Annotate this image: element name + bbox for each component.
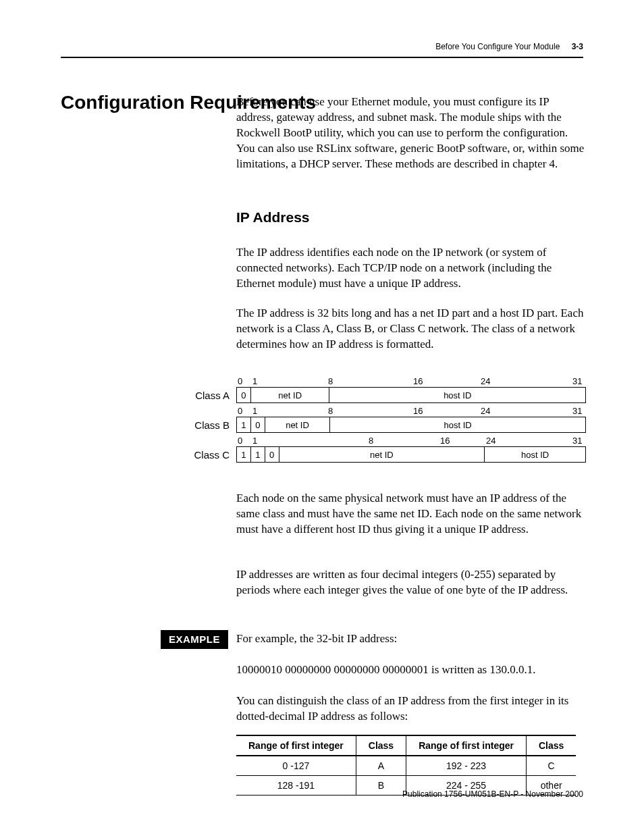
publication-footer: Publication 1756-UM051B-EN-P - November … — [402, 789, 583, 799]
tick: 8 — [328, 376, 333, 386]
paragraph-net-id: Each node on the same physical network m… — [236, 491, 587, 538]
paragraph-class-intro: You can distinguish the class of an IP a… — [236, 694, 587, 725]
tick: 1 — [252, 406, 257, 416]
th-class-2: Class — [526, 735, 576, 756]
tick: 0 — [238, 436, 242, 446]
paragraph-intro: Before you can use your Ethernet module,… — [236, 95, 587, 172]
example-badge: EXAMPLE — [161, 630, 228, 649]
bit-cell: 0 — [265, 447, 279, 462]
running-title: Before You Configure Your Module — [435, 42, 560, 51]
bit-cell: 0 — [237, 388, 251, 402]
td: A — [356, 756, 406, 776]
divider-top — [61, 57, 583, 58]
class-c-label: Class C — [189, 449, 230, 461]
bit-cell: 1 — [251, 447, 265, 462]
table-row: 0 -127 A 192 - 223 C — [236, 756, 576, 776]
class-b-label: Class B — [189, 419, 230, 431]
th-class-1: Class — [356, 735, 406, 756]
host-id-cell: host ID — [330, 417, 585, 432]
net-id-cell: net ID — [265, 417, 330, 432]
ip-class-table: Range of first integer Class Range of fi… — [236, 735, 576, 796]
tick: 16 — [413, 406, 423, 416]
tick: 16 — [413, 376, 423, 386]
tick: 16 — [440, 436, 450, 446]
tick: 31 — [572, 436, 582, 446]
bit-cell: 1 — [237, 417, 251, 432]
paragraph-ip-1: The IP address identifies each node on t… — [236, 245, 587, 292]
running-head: Before You Configure Your Module 3-3 — [435, 42, 583, 51]
heading-ip-address: IP Address — [236, 209, 310, 226]
tick: 0 — [238, 376, 242, 386]
td: 128 -191 — [236, 776, 356, 796]
host-id-cell: host ID — [485, 447, 585, 462]
tick: 0 — [238, 406, 242, 416]
tick: 24 — [481, 376, 490, 386]
paragraph-decimal: IP addresses are written as four decimal… — [236, 567, 587, 598]
paragraph-ip-2: The IP address is 32 bits long and has a… — [236, 306, 587, 353]
running-section: 3-3 — [572, 42, 583, 51]
ip-class-diagram: Class A 0 1 8 16 24 31 0 net ID host ID … — [189, 376, 587, 465]
th-range-2: Range of first integer — [406, 735, 527, 756]
tick: 8 — [328, 406, 333, 416]
bit-cell: 0 — [251, 417, 265, 432]
td: 0 -127 — [236, 756, 356, 776]
tick: 1 — [252, 436, 257, 446]
host-id-cell: host ID — [329, 388, 585, 402]
class-a-label: Class A — [189, 390, 230, 401]
td: 192 - 223 — [406, 756, 527, 776]
tick: 1 — [252, 376, 257, 386]
tick: 8 — [369, 436, 373, 446]
td: C — [526, 756, 576, 776]
tick: 31 — [572, 406, 582, 416]
td: B — [356, 776, 406, 796]
tick: 31 — [572, 376, 582, 386]
tick: 24 — [481, 406, 490, 416]
paragraph-example-intro: For example, the 32-bit IP address: — [236, 631, 587, 647]
net-id-cell: net ID — [251, 388, 330, 402]
paragraph-example-bits: 10000010 00000000 00000000 00000001 is w… — [236, 662, 587, 678]
tick: 24 — [486, 436, 495, 446]
th-range-1: Range of first integer — [236, 735, 356, 756]
net-id-cell: net ID — [279, 447, 485, 462]
bit-cell: 1 — [237, 447, 251, 462]
